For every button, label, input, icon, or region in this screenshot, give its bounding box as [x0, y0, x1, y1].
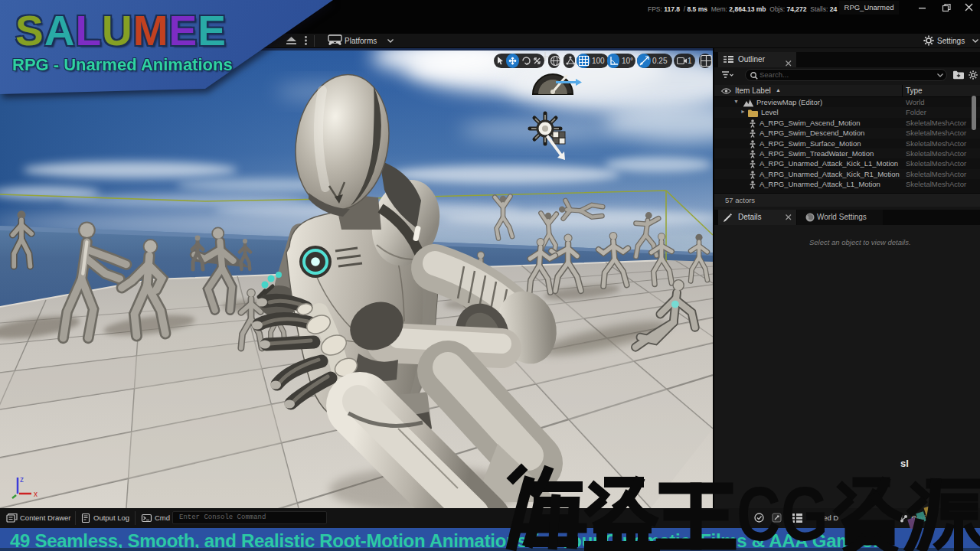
svg-text:sl: sl — [900, 458, 909, 469]
svg-text:z: z — [20, 475, 24, 484]
svg-text:x: x — [34, 490, 38, 498]
svg-text:CG: CG — [737, 471, 828, 551]
